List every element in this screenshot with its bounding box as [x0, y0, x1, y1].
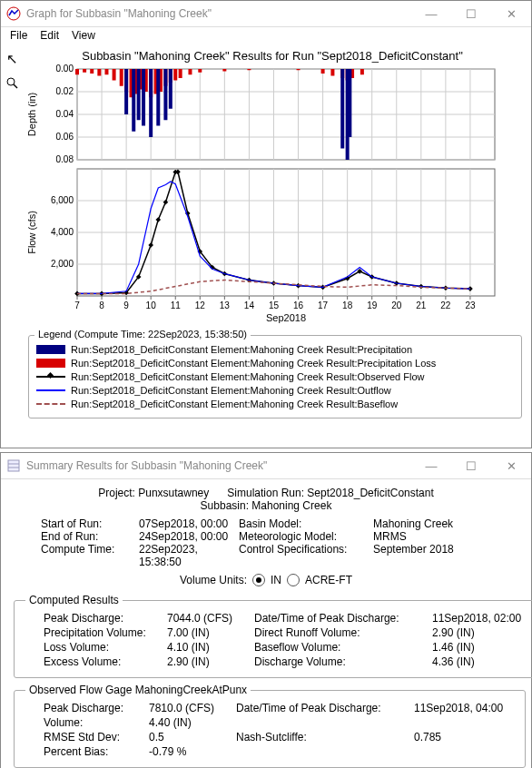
close-button[interactable]: ✕ [491, 1, 531, 26]
simrun-label: Simulation Run: [227, 487, 304, 499]
maximize-button[interactable]: ☐ [451, 1, 491, 26]
radio-in[interactable] [252, 574, 265, 586]
svg-text:21: 21 [416, 300, 427, 310]
svg-text:10: 10 [146, 300, 157, 310]
volume-units: Volume Units: IN ACRE-FT [14, 574, 518, 586]
radio-acft[interactable] [287, 574, 300, 586]
dv-val: 4.36 (IN) [432, 655, 532, 668]
project-value: Punxsutawney [138, 487, 209, 499]
loss-val: 4.10 (IN) [167, 641, 249, 654]
svg-text:0.02: 0.02 [56, 86, 74, 96]
svg-rect-157 [8, 460, 19, 471]
observed-results: Observed Flow Gage MahoningCreekAtPunx P… [14, 684, 526, 768]
svg-text:0.04: 0.04 [56, 109, 74, 119]
svg-text:23: 23 [465, 300, 476, 310]
svg-text:Sep2018: Sep2018 [266, 312, 306, 323]
graph-window: Graph for Subbasin "Mahoning Creek" — ☐ … [0, 0, 532, 448]
svg-text:19: 19 [367, 300, 378, 310]
summary-minimize-button[interactable]: — [411, 453, 451, 478]
svg-rect-68 [169, 69, 172, 109]
vol-in: IN [271, 574, 281, 586]
start-value: 07Sep2018, 00:00 [139, 517, 232, 530]
swatch-baseflow [36, 403, 65, 405]
zoom-icon[interactable] [5, 76, 18, 89]
svg-text:16: 16 [293, 300, 304, 310]
svg-rect-63 [137, 69, 141, 120]
ovol-lbl: Volume: [44, 716, 143, 729]
dtp-val: 11Sep2018, 02:00 [432, 612, 532, 625]
met-label: Meteorologic Model: [239, 530, 366, 543]
vol-label: Volume Units: [180, 574, 247, 586]
end-value: 24Sep2018, 00:00 [139, 530, 232, 543]
pvol-lbl: Precipitation Volume: [44, 626, 162, 639]
peak-lbl: Peak Discharge: [44, 612, 162, 625]
bfv-val: 1.46 (IN) [432, 641, 532, 654]
ctime-label: Compute Time: [41, 543, 132, 568]
pointer-icon[interactable]: ↖ [6, 51, 18, 67]
svg-text:13: 13 [220, 300, 231, 310]
svg-rect-37 [120, 69, 123, 86]
opeak-lbl: Peak Discharge: [44, 702, 143, 714]
svg-rect-35 [104, 69, 108, 74]
opb-val: -0.79 % [149, 745, 231, 758]
menu-file[interactable]: File [10, 29, 27, 42]
summary-close-button[interactable]: ✕ [491, 453, 531, 478]
svg-rect-66 [156, 69, 160, 126]
svg-rect-55 [321, 69, 325, 74]
dro-lbl: Direct Runoff Volume: [254, 626, 427, 639]
svg-rect-50 [188, 69, 192, 74]
legend-observed: Run:Sept2018_DeficitConstant Element:Mah… [71, 371, 424, 382]
svg-rect-34 [97, 69, 101, 76]
svg-text:18: 18 [342, 300, 353, 310]
svg-text:12: 12 [195, 300, 206, 310]
swatch-precip [36, 345, 65, 354]
opeak-val: 7810.0 (CFS) [149, 702, 231, 714]
summary-title: Summary Results for Subbasin "Mahoning C… [26, 459, 411, 472]
opb-lbl: Percent Bias: [44, 745, 143, 758]
summary-titlebar: Summary Results for Subbasin "Mahoning C… [1, 453, 531, 479]
svg-text:Flow (cfs): Flow (cfs) [26, 211, 37, 254]
minimize-button[interactable]: — [411, 1, 451, 26]
svg-text:22: 22 [440, 300, 451, 310]
menu-edit[interactable]: Edit [40, 29, 59, 42]
svg-text:4,000: 4,000 [51, 227, 74, 237]
summary-window: Summary Results for Subbasin "Mahoning C… [0, 452, 532, 768]
svg-text:15: 15 [269, 300, 280, 310]
titlebar: Graph for Subbasin "Mahoning Creek" — ☐ … [1, 1, 531, 27]
svg-text:0.06: 0.06 [56, 132, 74, 142]
menu-view[interactable]: View [72, 29, 95, 42]
svg-text:9: 9 [123, 300, 129, 310]
svg-text:0.00: 0.00 [56, 64, 74, 74]
svg-rect-64 [142, 69, 145, 126]
legend-precip-loss: Run:Sept2018_DeficitConstant Element:Mah… [71, 358, 436, 369]
loss-lbl: Loss Volume: [44, 641, 162, 654]
svg-text:20: 20 [391, 300, 402, 310]
chart-title: Subbasin "Mahoning Creek" Results for Ru… [23, 45, 522, 64]
svg-text:Depth (in): Depth (in) [26, 93, 37, 136]
met-value: MRMS [373, 530, 491, 543]
chart-area: Subbasin "Mahoning Creek" Results for Ru… [23, 45, 531, 328]
svg-point-1 [7, 78, 15, 85]
svg-text:11: 11 [171, 300, 182, 310]
svg-rect-67 [163, 69, 167, 120]
summary-icon [6, 458, 21, 473]
svg-rect-135 [148, 242, 153, 248]
svg-text:0.08: 0.08 [56, 154, 74, 164]
svg-rect-61 [124, 69, 128, 114]
start-label: Start of Run: [41, 517, 132, 530]
excess-val: 2.90 (IN) [167, 655, 249, 668]
computed-legend: Computed Results [25, 594, 123, 606]
summary-maximize-button[interactable]: ☐ [451, 453, 491, 478]
svg-text:7: 7 [74, 300, 80, 310]
legend-baseflow: Run:Sept2018_DeficitConstant Element:Mah… [71, 399, 398, 409]
svg-rect-49 [179, 69, 182, 78]
ormse-lbl: RMSE Std Dev: [44, 731, 143, 743]
dro-val: 2.90 (IN) [432, 626, 532, 639]
svg-line-2 [14, 84, 17, 88]
svg-text:6,000: 6,000 [51, 195, 74, 205]
legend-title: Legend (Compute Time: 22Sep2023, 15:38:5… [34, 329, 251, 340]
svg-text:2,000: 2,000 [51, 259, 74, 269]
svg-rect-60 [360, 69, 364, 74]
svg-rect-136 [155, 217, 161, 222]
svg-rect-69 [340, 69, 344, 149]
